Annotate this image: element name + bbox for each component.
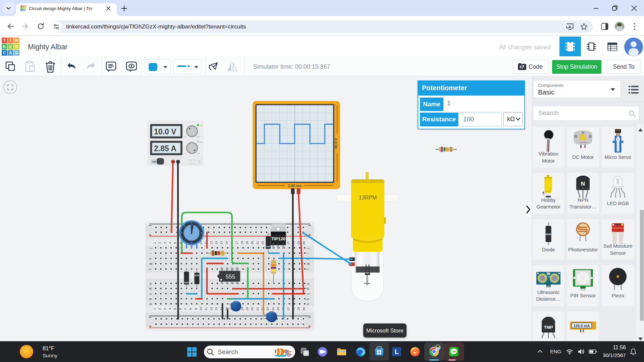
- svg-text:a: a: [306, 303, 310, 305]
- svg-text:4: 4: [168, 308, 172, 310]
- svg-text:j: j: [149, 248, 152, 249]
- svg-text:30: 30: [302, 241, 306, 245]
- svg-text:j: j: [306, 248, 310, 249]
- svg-text:8: 8: [189, 308, 192, 310]
- svg-text:d: d: [149, 288, 152, 290]
- svg-text:TIP120: TIP120: [271, 236, 285, 241]
- svg-text:5: 5: [173, 308, 177, 310]
- svg-text:HC-SR04: HC-SR04: [545, 276, 552, 278]
- svg-text:g: g: [306, 263, 310, 265]
- svg-text:B: B: [273, 243, 274, 245]
- svg-text:10.0 V: 10.0 V: [154, 127, 176, 136]
- svg-text:25: 25: [276, 307, 280, 311]
- svg-text:1: 1: [153, 242, 156, 244]
- svg-text:SUPPLY: SUPPLY: [189, 162, 198, 165]
- svg-text:125.0 mA: 125.0 mA: [574, 324, 590, 328]
- svg-text:23: 23: [266, 307, 269, 311]
- svg-text:E: E: [283, 243, 284, 245]
- svg-text:c: c: [149, 293, 152, 295]
- svg-text:22: 22: [261, 241, 264, 245]
- svg-text:i: i: [306, 253, 310, 254]
- svg-text:h: h: [149, 258, 152, 260]
- svg-text:b: b: [149, 298, 152, 300]
- svg-text:LINE: LINE: [451, 350, 457, 353]
- svg-text:5: 5: [173, 242, 177, 244]
- svg-text:3: 3: [163, 308, 167, 310]
- svg-text:N: N: [15, 38, 18, 43]
- svg-text:e: e: [149, 283, 152, 285]
- svg-text:1: 1: [153, 308, 156, 310]
- svg-text:ON: ON: [152, 161, 156, 163]
- svg-text:30 V: 30 V: [197, 136, 201, 138]
- svg-text:40.0 V: 40.0 V: [334, 138, 338, 148]
- svg-text:5 A: 5 A: [197, 153, 200, 155]
- svg-text:i: i: [149, 253, 152, 254]
- svg-text:29: 29: [297, 241, 300, 245]
- svg-text:19: 19: [245, 307, 249, 311]
- svg-text:21: 21: [256, 307, 259, 311]
- svg-text:A: A: [9, 51, 12, 55]
- svg-text:27: 27: [286, 241, 290, 245]
- svg-text:g: g: [149, 263, 152, 265]
- svg-text:4: 4: [168, 242, 172, 244]
- svg-text:R: R: [15, 45, 18, 49]
- svg-text:E: E: [587, 187, 588, 189]
- svg-text:11: 11: [204, 307, 208, 311]
- svg-text:d: d: [306, 288, 310, 290]
- svg-text:C: C: [3, 51, 6, 55]
- svg-text:N: N: [581, 181, 585, 187]
- svg-text:17: 17: [235, 241, 238, 245]
- svg-text:b: b: [306, 298, 310, 300]
- svg-text:15: 15: [225, 241, 228, 245]
- svg-text:c: c: [306, 293, 310, 295]
- svg-text:20: 20: [250, 241, 254, 245]
- svg-text:T: T: [3, 38, 6, 43]
- svg-text:f: f: [149, 269, 152, 270]
- svg-text:13: 13: [214, 241, 218, 245]
- svg-text:2: 2: [158, 308, 161, 310]
- svg-text:14: 14: [219, 241, 223, 245]
- svg-text:B: B: [582, 187, 584, 189]
- svg-text:0: 0: [185, 136, 186, 138]
- svg-text:VOLTAGE: VOLTAGE: [188, 159, 199, 162]
- svg-text:TMP: TMP: [544, 325, 553, 330]
- svg-text:30: 30: [302, 307, 306, 311]
- svg-text:3: 3: [163, 242, 167, 244]
- svg-text:I: I: [10, 38, 11, 43]
- svg-text:a: a: [149, 303, 152, 305]
- svg-text:D: D: [15, 51, 18, 55]
- svg-text:12: 12: [209, 307, 213, 311]
- svg-text:7: 7: [183, 308, 187, 310]
- svg-text:K: K: [3, 45, 6, 49]
- svg-text:12: 12: [209, 241, 213, 245]
- svg-text:2000 RPM: 2000 RPM: [579, 141, 587, 143]
- svg-text:27: 27: [286, 307, 290, 311]
- svg-text:0: 0: [185, 153, 186, 155]
- svg-text:Soil Moisture Sensor: Soil Moisture Sensor: [611, 227, 625, 229]
- svg-text:f: f: [306, 269, 310, 270]
- svg-text:e: e: [306, 283, 310, 285]
- svg-text:10: 10: [199, 307, 203, 311]
- svg-text:2.85 A: 2.85 A: [154, 144, 176, 153]
- svg-text:555: 555: [226, 274, 235, 280]
- svg-text:19: 19: [245, 241, 249, 245]
- svg-text:21: 21: [256, 241, 259, 245]
- svg-text:20: 20: [250, 307, 254, 311]
- svg-text:24: 24: [271, 307, 275, 311]
- svg-text:18: 18: [240, 241, 244, 245]
- svg-text:VC: VC: [200, 124, 203, 126]
- svg-text:2: 2: [158, 242, 161, 244]
- svg-text:E: E: [9, 45, 12, 49]
- svg-text:9: 9: [194, 308, 198, 310]
- svg-text:13: 13: [214, 307, 218, 311]
- svg-text:13RPM: 13RPM: [359, 195, 377, 200]
- svg-text:C: C: [578, 187, 579, 189]
- svg-text:CC: CC: [200, 141, 203, 143]
- svg-text:2.00 ms: 2.00 ms: [288, 184, 301, 188]
- svg-text:C: C: [277, 243, 279, 245]
- svg-text:29: 29: [297, 307, 300, 311]
